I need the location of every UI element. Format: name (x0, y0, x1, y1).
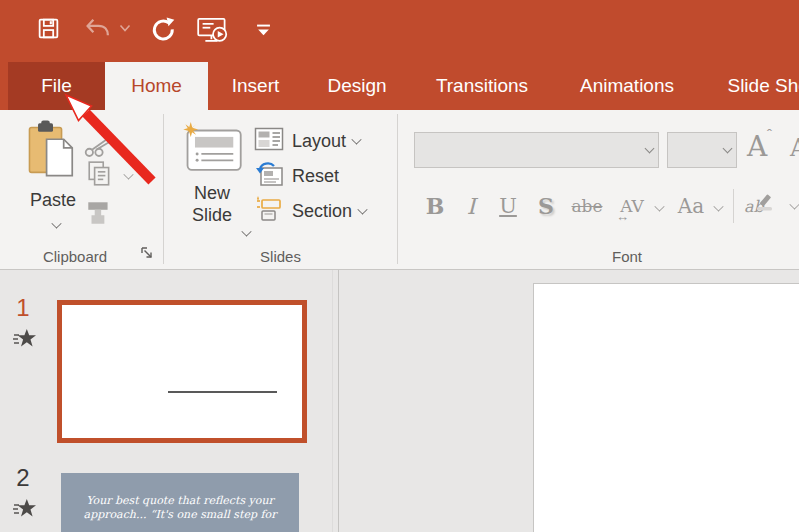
font-row-divider (733, 189, 734, 223)
start-slideshow-icon[interactable] (196, 16, 229, 46)
text-shadow-button[interactable]: S (527, 193, 565, 219)
slides-group-label: Slides (188, 248, 373, 265)
new-slide-label: New Slide (177, 182, 247, 226)
undo-icon[interactable] (84, 16, 111, 40)
font-group-label: Font (559, 248, 695, 265)
section-dropdown-icon[interactable] (357, 204, 367, 214)
format-painter-icon[interactable] (84, 200, 114, 226)
layout-dropdown-icon[interactable] (351, 134, 361, 144)
cut-icon[interactable] (84, 136, 114, 158)
ribbon-tab-bar: File Home Insert Design Transitions Anim… (0, 62, 799, 110)
slide-canvas[interactable] (533, 283, 799, 532)
redo-icon[interactable] (150, 16, 177, 44)
copy-dropdown-icon[interactable] (124, 170, 133, 179)
font-size-dropdown-icon[interactable] (718, 133, 736, 167)
underline-button[interactable]: U (489, 194, 527, 218)
workspace: 1 2 Your best quote that reflects your a… (0, 270, 799, 532)
reset-button[interactable]: Reset (254, 160, 339, 192)
change-case-button[interactable]: Aa (668, 194, 714, 218)
paste-label: Paste (18, 190, 88, 211)
slide-1-thumbnail[interactable] (57, 300, 307, 443)
slide-1-animation-star-icon (13, 328, 37, 354)
character-spacing-dropdown-icon[interactable] (654, 201, 664, 211)
highlight-dropdown-icon[interactable] (789, 199, 799, 209)
tab-design[interactable]: Design (303, 62, 410, 110)
font-name-dropdown-icon[interactable] (640, 133, 658, 167)
bold-button[interactable]: B (417, 193, 453, 219)
panel-divider (338, 270, 339, 532)
panel-scroll-lane (332, 270, 333, 532)
new-slide-button[interactable]: New Slide (170, 122, 254, 248)
paste-dropdown-icon[interactable] (51, 218, 61, 228)
tab-insert[interactable]: Insert (208, 62, 303, 110)
tab-animations[interactable]: Animations (554, 62, 700, 110)
title-bar (0, 0, 799, 62)
powerpoint-window: File Home Insert Design Transitions Anim… (0, 0, 799, 532)
character-spacing-button[interactable]: AV ↔ (609, 196, 655, 216)
new-slide-icon (179, 158, 245, 175)
undo-dropdown-icon[interactable] (119, 24, 131, 33)
tab-file[interactable]: File (8, 62, 105, 110)
copy-icon[interactable] (86, 160, 114, 188)
slide-2-preview-text: Your best quote that reflects your appro… (78, 494, 283, 522)
slide-1-content-line (168, 391, 277, 393)
slide-2-number: 2 (10, 464, 36, 492)
tab-transitions[interactable]: Transitions (410, 62, 554, 110)
tab-slide-show[interactable]: Slide Show (700, 62, 799, 110)
clipboard-group-label: Clipboard (0, 248, 150, 265)
group-divider (163, 114, 164, 264)
customize-qat-icon[interactable] (256, 24, 271, 37)
slide-1-number: 1 (10, 294, 36, 322)
reset-label: Reset (292, 166, 339, 187)
strikethrough-button[interactable]: abe (565, 196, 609, 216)
clipboard-dialog-launcher-icon[interactable] (140, 246, 154, 260)
section-icon (254, 194, 284, 228)
slide-2-animation-star-icon (13, 498, 37, 524)
tab-home[interactable]: Home (105, 62, 208, 110)
slide-2-thumbnail[interactable]: Your best quote that reflects your appro… (61, 473, 299, 532)
italic-button[interactable]: I (453, 194, 489, 219)
layout-button[interactable]: Layout (254, 126, 361, 156)
font-name-select[interactable] (414, 132, 659, 168)
font-format-row: B I U S abe AV ↔ Aa ab (417, 186, 799, 226)
ribbon-home: Paste Clipboard (0, 110, 799, 270)
layout-icon (254, 126, 284, 156)
decrease-font-size-button[interactable]: A (790, 134, 799, 162)
section-button[interactable]: Section (254, 194, 367, 228)
change-case-dropdown-icon[interactable] (713, 201, 723, 211)
layout-label: Layout (292, 131, 346, 152)
reset-icon (254, 160, 284, 192)
increase-font-size-button[interactable]: A ˆ (747, 130, 767, 163)
paste-button[interactable]: Paste (18, 120, 88, 238)
group-divider (397, 114, 398, 264)
slide-thumbnail-panel[interactable]: 1 2 Your best quote that reflects your a… (0, 270, 338, 532)
paste-clipboard-icon (25, 168, 81, 185)
font-size-select[interactable] (667, 132, 737, 168)
section-label: Section (292, 201, 352, 222)
highlight-color-button[interactable]: ab (744, 197, 784, 216)
new-slide-dropdown-icon[interactable] (241, 226, 251, 236)
save-icon[interactable] (36, 16, 61, 41)
